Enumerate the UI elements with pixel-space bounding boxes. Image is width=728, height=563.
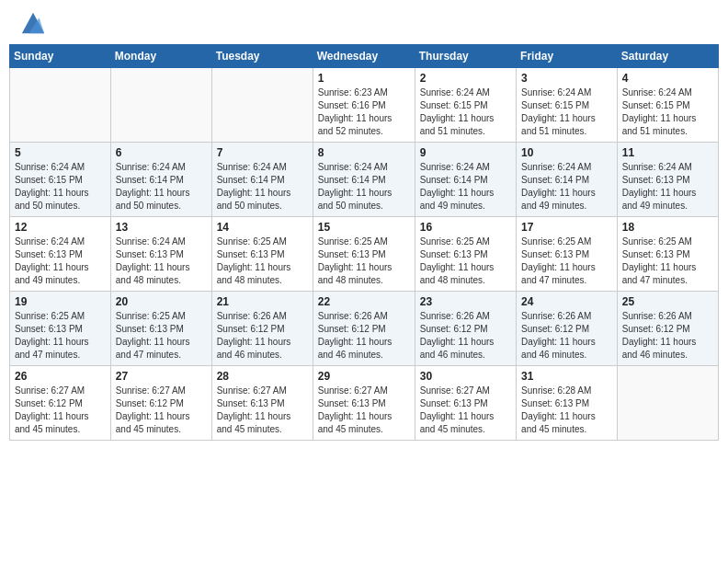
calendar-day-cell: 29Sunrise: 6:27 AM Sunset: 6:13 PM Dayli… — [313, 366, 415, 441]
day-number: 9 — [420, 146, 511, 159]
day-number: 24 — [521, 295, 612, 308]
calendar-day-cell: 23Sunrise: 6:26 AM Sunset: 6:12 PM Dayli… — [415, 292, 516, 366]
day-info: Sunrise: 6:27 AM Sunset: 6:13 PM Dayligh… — [420, 385, 511, 436]
calendar-day-cell: 20Sunrise: 6:25 AM Sunset: 6:13 PM Dayli… — [110, 292, 211, 366]
day-number: 7 — [217, 146, 308, 159]
day-info: Sunrise: 6:24 AM Sunset: 6:15 PM Dayligh… — [420, 86, 511, 138]
calendar-day-cell: 24Sunrise: 6:26 AM Sunset: 6:12 PM Dayli… — [517, 292, 618, 366]
calendar-day-cell: 9Sunrise: 6:24 AM Sunset: 6:14 PM Daylig… — [415, 143, 516, 217]
calendar-day-cell: 11Sunrise: 6:24 AM Sunset: 6:13 PM Dayli… — [617, 143, 718, 217]
calendar-week-row: 26Sunrise: 6:27 AM Sunset: 6:12 PM Dayli… — [10, 366, 719, 441]
day-info: Sunrise: 6:25 AM Sunset: 6:13 PM Dayligh… — [318, 236, 410, 287]
calendar-day-cell: 22Sunrise: 6:26 AM Sunset: 6:12 PM Dayli… — [313, 292, 415, 366]
calendar-header-wednesday: Wednesday — [313, 45, 415, 68]
day-info: Sunrise: 6:28 AM Sunset: 6:13 PM Dayligh… — [521, 385, 612, 436]
calendar-day-cell: 12Sunrise: 6:24 AM Sunset: 6:13 PM Dayli… — [10, 217, 111, 292]
day-number: 11 — [622, 146, 713, 159]
calendar-header-sunday: Sunday — [10, 45, 111, 68]
day-info: Sunrise: 6:25 AM Sunset: 6:13 PM Dayligh… — [15, 310, 106, 362]
calendar-header-saturday: Saturday — [617, 45, 718, 68]
day-info: Sunrise: 6:24 AM Sunset: 6:14 PM Dayligh… — [318, 161, 410, 213]
calendar-day-cell: 5Sunrise: 6:24 AM Sunset: 6:15 PM Daylig… — [10, 143, 111, 217]
calendar-day-cell: 31Sunrise: 6:28 AM Sunset: 6:13 PM Dayli… — [517, 366, 618, 441]
day-info: Sunrise: 6:26 AM Sunset: 6:12 PM Dayligh… — [420, 310, 511, 362]
calendar-day-cell: 13Sunrise: 6:24 AM Sunset: 6:13 PM Dayli… — [110, 217, 211, 292]
day-number: 19 — [15, 295, 106, 308]
calendar-header-tuesday: Tuesday — [211, 45, 313, 68]
day-info: Sunrise: 6:24 AM Sunset: 6:15 PM Dayligh… — [622, 86, 713, 138]
calendar-day-cell: 8Sunrise: 6:24 AM Sunset: 6:14 PM Daylig… — [313, 143, 415, 217]
day-info: Sunrise: 6:25 AM Sunset: 6:13 PM Dayligh… — [622, 236, 713, 287]
day-info: Sunrise: 6:24 AM Sunset: 6:14 PM Dayligh… — [217, 161, 308, 213]
day-info: Sunrise: 6:27 AM Sunset: 6:13 PM Dayligh… — [217, 385, 308, 436]
day-info: Sunrise: 6:24 AM Sunset: 6:13 PM Dayligh… — [622, 161, 713, 213]
calendar-empty-cell — [211, 68, 313, 143]
day-info: Sunrise: 6:27 AM Sunset: 6:12 PM Dayligh… — [116, 385, 207, 436]
calendar-day-cell: 21Sunrise: 6:26 AM Sunset: 6:12 PM Dayli… — [211, 292, 313, 366]
calendar-day-cell: 25Sunrise: 6:26 AM Sunset: 6:12 PM Dayli… — [617, 292, 718, 366]
day-info: Sunrise: 6:24 AM Sunset: 6:13 PM Dayligh… — [15, 236, 106, 287]
calendar-empty-cell — [110, 68, 211, 143]
calendar-day-cell: 18Sunrise: 6:25 AM Sunset: 6:13 PM Dayli… — [617, 217, 718, 292]
day-number: 2 — [420, 72, 511, 85]
calendar-day-cell: 14Sunrise: 6:25 AM Sunset: 6:13 PM Dayli… — [211, 217, 313, 292]
calendar-day-cell: 15Sunrise: 6:25 AM Sunset: 6:13 PM Dayli… — [313, 217, 415, 292]
day-number: 12 — [15, 221, 106, 234]
day-number: 16 — [420, 221, 511, 234]
day-info: Sunrise: 6:26 AM Sunset: 6:12 PM Dayligh… — [622, 310, 713, 362]
day-info: Sunrise: 6:24 AM Sunset: 6:13 PM Dayligh… — [116, 236, 207, 287]
day-number: 15 — [318, 221, 410, 234]
day-info: Sunrise: 6:26 AM Sunset: 6:12 PM Dayligh… — [521, 310, 612, 362]
page-header — [9, 9, 719, 39]
day-info: Sunrise: 6:25 AM Sunset: 6:13 PM Dayligh… — [521, 236, 612, 287]
calendar-table: SundayMondayTuesdayWednesdayThursdayFrid… — [9, 44, 719, 441]
calendar-day-cell: 19Sunrise: 6:25 AM Sunset: 6:13 PM Dayli… — [10, 292, 111, 366]
day-info: Sunrise: 6:24 AM Sunset: 6:14 PM Dayligh… — [420, 161, 511, 213]
calendar-week-row: 5Sunrise: 6:24 AM Sunset: 6:15 PM Daylig… — [10, 143, 719, 217]
calendar-week-row: 12Sunrise: 6:24 AM Sunset: 6:13 PM Dayli… — [10, 217, 719, 292]
day-number: 22 — [318, 295, 410, 308]
day-info: Sunrise: 6:25 AM Sunset: 6:13 PM Dayligh… — [217, 236, 308, 287]
day-number: 13 — [116, 221, 207, 234]
day-number: 28 — [217, 370, 308, 383]
day-info: Sunrise: 6:24 AM Sunset: 6:14 PM Dayligh… — [116, 161, 207, 213]
day-number: 4 — [622, 72, 713, 85]
day-info: Sunrise: 6:26 AM Sunset: 6:12 PM Dayligh… — [318, 310, 410, 362]
logo — [17, 13, 46, 35]
day-number: 10 — [521, 146, 612, 159]
day-number: 5 — [15, 146, 106, 159]
day-number: 31 — [521, 370, 612, 383]
day-info: Sunrise: 6:26 AM Sunset: 6:12 PM Dayligh… — [217, 310, 308, 362]
day-number: 17 — [521, 221, 612, 234]
calendar-header-friday: Friday — [517, 45, 618, 68]
day-info: Sunrise: 6:27 AM Sunset: 6:12 PM Dayligh… — [15, 385, 106, 436]
calendar-day-cell: 3Sunrise: 6:24 AM Sunset: 6:15 PM Daylig… — [517, 68, 618, 143]
day-number: 30 — [420, 370, 511, 383]
calendar-header-thursday: Thursday — [415, 45, 516, 68]
calendar-day-cell: 6Sunrise: 6:24 AM Sunset: 6:14 PM Daylig… — [110, 143, 211, 217]
day-number: 25 — [622, 295, 713, 308]
calendar-day-cell: 28Sunrise: 6:27 AM Sunset: 6:13 PM Dayli… — [211, 366, 313, 441]
day-number: 18 — [622, 221, 713, 234]
calendar-week-row: 1Sunrise: 6:23 AM Sunset: 6:16 PM Daylig… — [10, 68, 719, 143]
calendar-header-row: SundayMondayTuesdayWednesdayThursdayFrid… — [10, 45, 719, 68]
day-number: 8 — [318, 146, 410, 159]
calendar-empty-cell — [617, 366, 718, 441]
calendar-header-monday: Monday — [110, 45, 211, 68]
calendar-empty-cell — [10, 68, 111, 143]
calendar-day-cell: 27Sunrise: 6:27 AM Sunset: 6:12 PM Dayli… — [110, 366, 211, 441]
day-number: 23 — [420, 295, 511, 308]
logo-icon — [20, 9, 46, 35]
calendar-day-cell: 17Sunrise: 6:25 AM Sunset: 6:13 PM Dayli… — [517, 217, 618, 292]
day-info: Sunrise: 6:27 AM Sunset: 6:13 PM Dayligh… — [318, 385, 410, 436]
day-number: 14 — [217, 221, 308, 234]
calendar-day-cell: 30Sunrise: 6:27 AM Sunset: 6:13 PM Dayli… — [415, 366, 516, 441]
day-number: 29 — [318, 370, 410, 383]
day-info: Sunrise: 6:24 AM Sunset: 6:15 PM Dayligh… — [15, 161, 106, 213]
day-number: 21 — [217, 295, 308, 308]
calendar-day-cell: 16Sunrise: 6:25 AM Sunset: 6:13 PM Dayli… — [415, 217, 516, 292]
day-info: Sunrise: 6:25 AM Sunset: 6:13 PM Dayligh… — [116, 310, 207, 362]
day-info: Sunrise: 6:25 AM Sunset: 6:13 PM Dayligh… — [420, 236, 511, 287]
calendar-week-row: 19Sunrise: 6:25 AM Sunset: 6:13 PM Dayli… — [10, 292, 719, 366]
day-info: Sunrise: 6:24 AM Sunset: 6:15 PM Dayligh… — [521, 86, 612, 138]
